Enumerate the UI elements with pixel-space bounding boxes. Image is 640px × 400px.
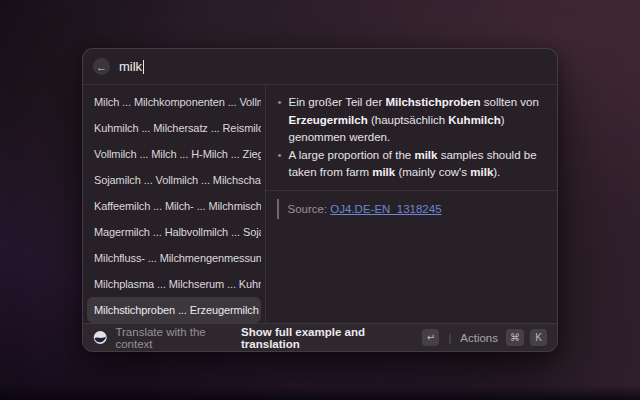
return-key-icon: ↵	[422, 329, 439, 346]
back-arrow-icon: ←	[96, 58, 107, 74]
back-button[interactable]: ←	[93, 58, 110, 75]
example-bullet: •A large proportion of the milk samples …	[277, 147, 543, 182]
example-panel: •Ein großer Teil der Milchstichproben so…	[265, 85, 557, 323]
source-link[interactable]: OJ4.DE-EN_1318245	[330, 203, 441, 215]
actions-label: Actions	[460, 332, 498, 344]
search-bar: ← milk	[83, 49, 557, 85]
footer-separator: |	[448, 332, 451, 344]
footer-bar: Translate with the context Show full exa…	[83, 323, 557, 351]
result-item[interactable]: Vollmilch ... Milch ... H-Milch ... Zieg…	[87, 141, 261, 167]
result-item[interactable]: Milch ... Milchkomponenten ... Vollmil..…	[87, 89, 261, 115]
result-item[interactable]: Kuhmilch ... Milchersatz ... Reismilch..…	[87, 115, 261, 141]
source-quote: Source: OJ4.DE-EN_1318245	[277, 199, 543, 219]
example-bullets: •Ein großer Teil der Milchstichproben so…	[265, 85, 557, 190]
results-list: Milch ... Milchkomponenten ... Vollmil..…	[83, 85, 265, 323]
result-item[interactable]: Milchplasma ... Milchserum ... Kuhmil...	[87, 271, 261, 297]
text-caret	[143, 60, 144, 74]
bullet-text: A large proportion of the milk samples s…	[288, 147, 543, 182]
result-item[interactable]: Magermilch ... Halbvollmilch ... Soja...	[87, 219, 261, 245]
result-item[interactable]: Sojamilch ... Vollmilch ... Milchschaum …	[87, 167, 261, 193]
context-hint-group: Translate with the context	[93, 326, 241, 350]
command-key-icon: ⌘	[506, 329, 524, 346]
example-bullet: •Ein großer Teil der Milchstichproben so…	[277, 94, 543, 147]
search-query-text: milk	[119, 59, 142, 74]
bullet-icon: •	[277, 147, 288, 182]
footer-hint-label: Translate with the context	[115, 326, 241, 350]
content-area: Milch ... Milchkomponenten ... Vollmil..…	[83, 85, 557, 323]
bullet-icon: •	[277, 94, 288, 147]
app-logo-icon	[93, 330, 107, 345]
footer-actions: Show full example and translation ↵ | Ac…	[241, 326, 547, 350]
result-item[interactable]: Milchstichproben ... Erzeugermilch .....…	[87, 297, 261, 323]
bullet-text: Ein großer Teil der Milchstichproben sol…	[288, 94, 543, 147]
show-full-example-button[interactable]: Show full example and translation ↵	[241, 326, 439, 350]
search-window: ← milk Milch ... Milchkomponenten ... Vo…	[82, 48, 558, 352]
primary-action-label: Show full example and translation	[241, 326, 415, 350]
result-item[interactable]: Milchfluss- ... Milchmengenmessung...	[87, 245, 261, 271]
search-input[interactable]: milk	[119, 59, 144, 74]
source-section: Source: OJ4.DE-EN_1318245	[265, 190, 557, 219]
k-key-icon: K	[530, 329, 547, 346]
source-label: Source:	[287, 203, 327, 215]
actions-button[interactable]: Actions ⌘ K	[460, 329, 547, 346]
result-item[interactable]: Kaffeemilch ... Milch- ... Milchmischg..…	[87, 193, 261, 219]
